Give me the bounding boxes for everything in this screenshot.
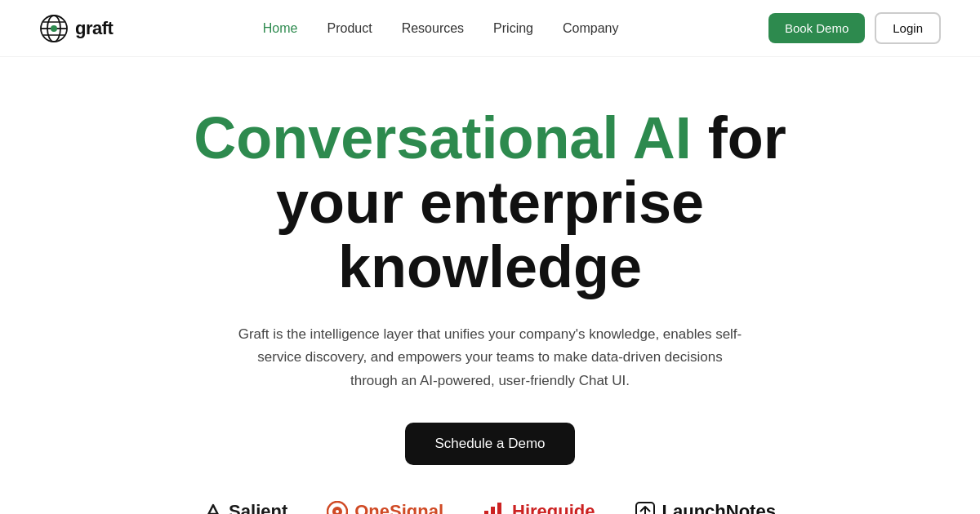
logo-onesignal: OneSignal xyxy=(327,501,443,514)
brand-name: graft xyxy=(75,18,113,39)
navbar-actions: Book Demo Login xyxy=(768,12,941,44)
svg-rect-9 xyxy=(484,511,488,514)
schedule-demo-button[interactable]: Schedule a Demo xyxy=(405,423,574,465)
nav-product[interactable]: Product xyxy=(327,21,372,35)
nav-pricing[interactable]: Pricing xyxy=(493,21,533,35)
hireguide-label: Hireguide xyxy=(512,501,595,514)
book-demo-button[interactable]: Book Demo xyxy=(768,13,865,43)
svg-point-5 xyxy=(51,25,57,32)
nav-company[interactable]: Company xyxy=(563,21,618,35)
launchnotes-label: LaunchNotes xyxy=(662,501,776,514)
nav-resources[interactable]: Resources xyxy=(402,21,464,35)
navbar: graft Home Product Resources Pricing Com… xyxy=(0,0,980,57)
logo-salient: Salient xyxy=(204,501,287,514)
logo-hireguide: Hireguide xyxy=(483,501,595,514)
hireguide-icon xyxy=(483,503,506,514)
globe-icon xyxy=(39,14,69,43)
login-button[interactable]: Login xyxy=(875,12,941,44)
salient-icon xyxy=(204,503,222,514)
partner-logos: Salient OneSignal Hireguide LaunchNotes xyxy=(0,475,980,514)
salient-label: Salient xyxy=(229,501,287,514)
hero-title-green: Conversational AI xyxy=(194,105,691,171)
launchnotes-icon xyxy=(635,501,656,514)
svg-rect-10 xyxy=(491,507,495,514)
brand-logo[interactable]: graft xyxy=(39,14,113,43)
svg-rect-11 xyxy=(497,503,501,514)
onesignal-icon xyxy=(327,501,348,514)
logo-launchnotes: LaunchNotes xyxy=(635,501,776,514)
hero-subtitle: Graft is the intelligence layer that uni… xyxy=(237,323,743,394)
nav-home[interactable]: Home xyxy=(263,21,298,35)
onesignal-label: OneSignal xyxy=(354,501,443,514)
hero-title: Conversational AI foryour enterpriseknow… xyxy=(194,106,786,300)
svg-point-8 xyxy=(336,510,339,513)
nav-links: Home Product Resources Pricing Company xyxy=(263,21,619,36)
hero-section: Conversational AI foryour enterpriseknow… xyxy=(0,57,980,465)
